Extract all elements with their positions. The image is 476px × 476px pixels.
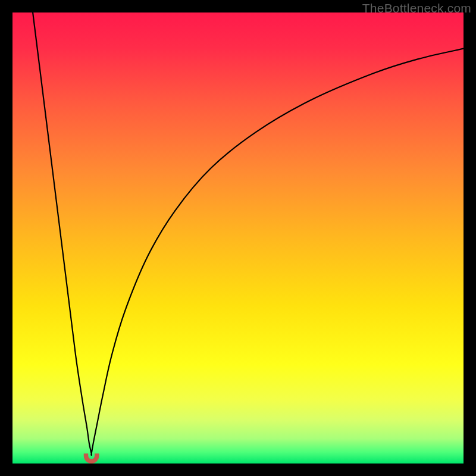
watermark-label: TheBottleneck.com [362, 1, 471, 15]
gradient-background [12, 12, 464, 464]
bottleneck-chart [12, 12, 464, 464]
chart-frame [12, 12, 464, 464]
